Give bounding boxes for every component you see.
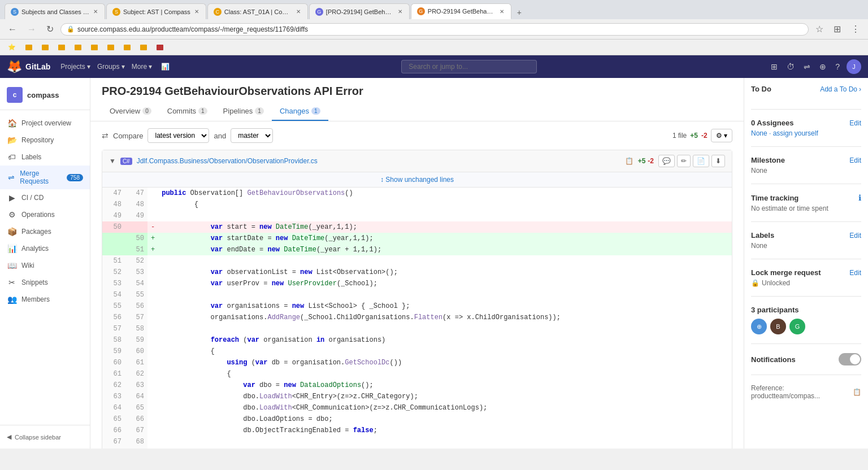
tab-commits[interactable]: Commits 1 (159, 102, 215, 121)
header-plus-icon[interactable]: ⊕ (817, 60, 828, 73)
collapse-sidebar-button[interactable]: ◀ Collapse sidebar (7, 430, 83, 444)
bookmark-29579[interactable] (120, 43, 136, 51)
tab-overview[interactable]: Overview 0 (102, 102, 159, 121)
edit-file-button[interactable]: ✏ (677, 155, 691, 167)
tab-pro-29194-gitlab[interactable]: G PRO-29194 GetBehaviourObserv... ✕ (411, 3, 511, 19)
time-tracking-info-icon[interactable]: ℹ (858, 193, 861, 202)
labels-header: Labels Edit (751, 231, 861, 240)
line-code (158, 289, 732, 301)
close-icon[interactable]: ✕ (295, 7, 302, 16)
time-tracking-section: Time tracking ℹ No estimate or time spen… (751, 193, 861, 222)
diff-sign (147, 334, 158, 346)
sidebar-item-members[interactable]: 👥 Members (0, 291, 90, 308)
header-clock-icon[interactable]: ⏱ (784, 60, 797, 73)
line-num-new: 50 (125, 233, 147, 244)
gitlab-header: 🦊 GitLab Projects ▾ Groups ▾ More ▾ 📊 ⊞ … (0, 55, 868, 78)
close-icon[interactable]: ✕ (193, 7, 200, 16)
tab-pipelines[interactable]: Pipelines 1 (215, 102, 272, 121)
line-code: { (158, 346, 732, 357)
table-row: 47 47 public Observation[] GetBehaviourO… (102, 188, 732, 199)
gitlab-container: 🦊 GitLab Projects ▾ Groups ▾ More ▾ 📊 ⊞ … (0, 55, 868, 449)
back-button[interactable]: ← (5, 23, 20, 36)
project-icon: c (7, 87, 23, 103)
close-icon[interactable]: ✕ (92, 7, 99, 16)
tab-title-1: Subjects and Classes | Compass (21, 8, 89, 15)
reference-text: Reference: productteam/compas... (751, 384, 850, 400)
show-unchanged-top[interactable]: ↕ Show unchanged lines (102, 172, 732, 188)
header-nav-chart[interactable]: 📊 (161, 63, 170, 71)
line-code: organisations.AddRange(_School.ChildOrga… (158, 312, 732, 323)
address-bar[interactable]: 🔒 source.compass.edu.au/productteam/comp… (60, 23, 809, 36)
bookmark-cards[interactable] (71, 43, 86, 51)
bookmark-sites[interactable] (55, 43, 70, 51)
gitlab-logo[interactable]: 🦊 GitLab (7, 59, 50, 74)
home-icon: 🏠 (7, 119, 17, 128)
master-select[interactable]: master (231, 128, 273, 143)
forward-button[interactable]: → (24, 23, 40, 36)
bookmark-services[interactable] (38, 43, 54, 51)
notifications-toggle[interactable] (839, 353, 861, 365)
edit-lock-button[interactable]: Edit (849, 269, 861, 277)
sidebar-item-labels[interactable]: 🏷 Labels (0, 149, 90, 166)
add-todo-button[interactable]: Add a To Do › (820, 85, 861, 93)
tab-pro-29194-jira[interactable]: G [PRO-29194] GetBehaviourObse... ✕ (309, 3, 410, 19)
sidebar-item-snippets[interactable]: ✂ Snippets (0, 274, 90, 291)
sidebar-project[interactable]: c compass (0, 82, 90, 110)
bookmark-other[interactable] (857, 46, 863, 49)
participant-avatar-1[interactable]: ⊕ (751, 319, 767, 334)
copy-file-button[interactable]: 📄 (693, 155, 709, 167)
edit-milestone-button[interactable]: Edit (849, 156, 861, 164)
bookmark-star[interactable]: ☆ (812, 23, 827, 36)
bookmark-dr-evil[interactable] (153, 43, 168, 51)
version-select[interactable]: latest version (147, 128, 209, 143)
header-merge-icon[interactable]: ⇌ (801, 60, 813, 73)
sidebar-item-analytics[interactable]: 📊 Analytics (0, 240, 90, 257)
user-avatar[interactable]: J (847, 59, 861, 74)
reload-button[interactable]: ↻ (43, 23, 57, 36)
copy-path-icon[interactable]: 📋 (625, 157, 633, 165)
download-file-button[interactable]: ⬇ (711, 155, 725, 167)
tab-subjects-classes[interactable]: S Subjects and Classes | Compass ✕ (5, 3, 105, 19)
close-icon[interactable]: ✕ (397, 7, 403, 16)
copy-reference-icon[interactable]: 📋 (853, 388, 861, 396)
participants-avatars: ⊕ B G (751, 319, 861, 334)
edit-labels-button[interactable]: Edit (849, 232, 861, 240)
edit-assignees-button[interactable]: Edit (849, 119, 861, 127)
sidebar-item-wiki[interactable]: 📖 Wiki (0, 257, 90, 274)
header-grid-icon[interactable]: ⊞ (769, 60, 780, 73)
participant-avatar-3[interactable]: G (789, 319, 805, 334)
menu-button[interactable]: ⋮ (848, 23, 863, 36)
header-help-icon[interactable]: ? (833, 60, 842, 73)
line-code: { (158, 199, 732, 210)
bookmark-my-so[interactable]: ⭐ (5, 42, 21, 52)
tab-changes[interactable]: Changes 1 (272, 102, 328, 121)
bookmark-extjs[interactable] (104, 43, 119, 51)
sidebar-item-operations[interactable]: ⚙ Operations (0, 206, 90, 223)
chevron-down-icon[interactable]: ▼ (109, 157, 116, 165)
table-row: 50 - var start = new DateTime(_year,1,1)… (102, 221, 732, 233)
sidebar-item-merge-requests[interactable]: ⇌ Merge Requests 758 (0, 166, 90, 189)
header-nav-projects[interactable]: Projects ▾ (60, 63, 90, 71)
sidebar-item-packages[interactable]: 📦 Packages (0, 223, 90, 240)
tab-class-ast01a[interactable]: C Class: AST_01A | Compass ✕ (207, 3, 308, 19)
diff-toolbar: ⇄ Compare latest version and master 1 fi… (102, 128, 732, 143)
comment-button[interactable]: 💬 (658, 155, 675, 167)
bookmark-mrs[interactable] (88, 43, 103, 51)
sidebar-item-repository[interactable]: 📂 Repository (0, 132, 90, 149)
header-nav-more[interactable]: More ▾ (132, 63, 153, 71)
sidebar-item-ci-cd[interactable]: ▶ CI / CD (0, 189, 90, 206)
label-icon: 🏷 (7, 153, 17, 162)
line-num-old: 48 (102, 199, 125, 210)
header-nav-groups[interactable]: Groups ▾ (97, 63, 125, 71)
sidebar-item-project-overview[interactable]: 🏠 Project overview (0, 115, 90, 132)
line-num-new (125, 221, 147, 233)
new-tab-button[interactable]: + (513, 6, 526, 19)
participant-avatar-2[interactable]: B (770, 319, 786, 334)
tab-subject-ast[interactable]: S Subject: AST | Compass ✕ (106, 3, 206, 19)
extensions-button[interactable]: ⊞ (830, 23, 844, 36)
diff-settings-button[interactable]: ⚙ ▾ (711, 129, 732, 142)
bookmark-wiki[interactable] (22, 43, 37, 51)
bookmark-saves[interactable] (137, 43, 152, 51)
close-icon[interactable]: ✕ (498, 7, 505, 16)
header-search-input[interactable] (401, 60, 537, 73)
